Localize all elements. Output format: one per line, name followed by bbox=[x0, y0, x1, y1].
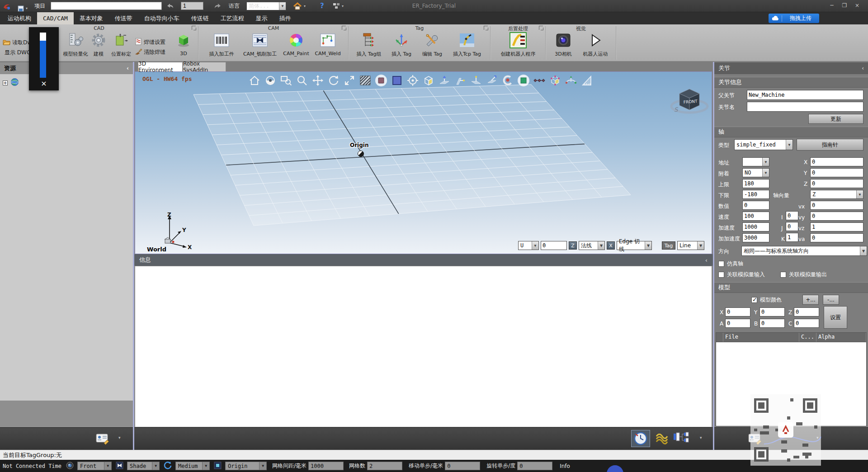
compass-button[interactable]: 指南针 bbox=[797, 139, 863, 151]
file-table-header[interactable]: File C... Alpha bbox=[716, 332, 867, 342]
layout-dropdown-arrow[interactable]: ▾ bbox=[342, 0, 344, 12]
edge-select[interactable]: Edge 切线▼ bbox=[617, 241, 652, 250]
project-input[interactable] bbox=[51, 2, 162, 10]
undo-icon[interactable] bbox=[165, 2, 175, 11]
direction-select[interactable]: 相同——与标准系统轴方向▼ bbox=[741, 246, 867, 256]
ribbon-button-modeling[interactable]: 建模 bbox=[89, 32, 108, 57]
analog-output-checkbox[interactable]: 关联模拟量输出 bbox=[780, 271, 827, 278]
tab-3d-environment[interactable]: 3D Environment bbox=[138, 62, 183, 71]
model-y-input[interactable] bbox=[760, 307, 785, 316]
tag-button[interactable]: Tag bbox=[662, 241, 675, 250]
jerk-input[interactable] bbox=[742, 233, 769, 242]
cube-faces-icon[interactable] bbox=[422, 74, 435, 87]
parent-joint-input[interactable] bbox=[747, 90, 863, 100]
grid-count-input[interactable] bbox=[367, 462, 402, 470]
view-cube[interactable]: FRONT S bbox=[669, 85, 710, 118]
color-column-header[interactable]: C... bbox=[799, 333, 816, 342]
analog-input-checkbox-box[interactable] bbox=[718, 272, 724, 278]
sim-axis-checkbox-box[interactable] bbox=[718, 261, 724, 267]
solid-mode-icon[interactable] bbox=[517, 74, 530, 87]
maximize-button[interactable]: ❐ bbox=[839, 2, 850, 10]
analog-output-checkbox-box[interactable] bbox=[780, 272, 786, 278]
redo-icon[interactable] bbox=[213, 2, 222, 11]
ribbon-button-3d[interactable]: 3D bbox=[173, 32, 194, 57]
model-color-checkbox-box[interactable] bbox=[751, 297, 757, 303]
grid-spacing-input[interactable] bbox=[308, 462, 344, 470]
ribbon-button-cam-weld[interactable]: CAM_Weld bbox=[313, 32, 343, 57]
j-input[interactable] bbox=[786, 222, 798, 231]
accel-input[interactable] bbox=[742, 222, 769, 231]
cam-dialog-launcher-icon[interactable] bbox=[342, 26, 346, 30]
value-input[interactable] bbox=[742, 201, 769, 210]
file-column-header[interactable]: File bbox=[723, 333, 799, 342]
refresh-icon[interactable] bbox=[164, 461, 172, 471]
model-remove-button[interactable]: -... bbox=[823, 295, 839, 305]
ribbon-button-insert-tag-group[interactable]: 插入 Tag组 bbox=[353, 32, 385, 57]
home-icon[interactable] bbox=[293, 2, 302, 12]
model-x-input[interactable] bbox=[725, 307, 750, 316]
upper-limit-input[interactable] bbox=[742, 179, 769, 188]
attach-select[interactable]: NO▼ bbox=[742, 168, 769, 177]
z-input[interactable] bbox=[810, 179, 863, 188]
va-input[interactable] bbox=[810, 233, 863, 242]
measure-icon[interactable] bbox=[580, 74, 593, 87]
right-splitter[interactable] bbox=[713, 62, 714, 450]
eye-icon[interactable] bbox=[66, 462, 74, 471]
ribbon-button-create-robot-program[interactable]: 创建机器人程序 bbox=[495, 32, 542, 57]
vz-input[interactable] bbox=[810, 222, 863, 231]
quality-select[interactable]: Medium▼ bbox=[175, 462, 210, 470]
left-splitter[interactable] bbox=[133, 62, 134, 450]
left-toolstrip-dropdown-arrow[interactable]: ▾ bbox=[118, 435, 121, 440]
collapse-left-panel-icon[interactable]: ‹ bbox=[127, 65, 129, 71]
k-input[interactable] bbox=[786, 233, 798, 242]
center-toolstrip-dropdown-arrow[interactable]: ▾ bbox=[700, 435, 702, 440]
menu-tab-process[interactable]: 工艺流程 bbox=[215, 12, 250, 24]
line-select[interactable]: Line▼ bbox=[677, 241, 704, 250]
ribbon-button-edit-tag[interactable]: 编辑 Tag bbox=[418, 32, 447, 57]
layout-icon[interactable] bbox=[333, 3, 340, 10]
ribbon-button-weld-settings[interactable]: 焊缝设置 bbox=[135, 38, 165, 47]
menu-tab-cadcam[interactable]: CAD/CAM bbox=[37, 12, 74, 24]
analog-input-checkbox[interactable]: 关联模拟量输入 bbox=[718, 271, 765, 278]
postprocess-dialog-launcher-icon[interactable] bbox=[539, 26, 543, 30]
u-select[interactable]: U▼ bbox=[518, 241, 539, 250]
menu-tab-basic-objects[interactable]: 基本对象 bbox=[74, 12, 109, 24]
menu-tab-agv[interactable]: 自动导向小车 bbox=[138, 12, 185, 24]
orbit-icon[interactable] bbox=[264, 74, 277, 87]
home-icon[interactable] bbox=[248, 74, 261, 87]
slider-fill[interactable] bbox=[40, 41, 46, 78]
update-button[interactable]: 更新 bbox=[808, 114, 863, 124]
rotate-center-icon[interactable] bbox=[501, 74, 514, 87]
model-c-input[interactable] bbox=[794, 319, 819, 328]
model-color-checkbox[interactable]: 模型颜色 bbox=[751, 296, 782, 304]
ribbon-button-cam-paint[interactable]: CAM_Paint bbox=[281, 32, 311, 57]
ribbon-button-insert-tag[interactable]: 插入 Tag bbox=[387, 32, 416, 57]
zoom-icon[interactable] bbox=[296, 74, 308, 87]
alpha-column-header[interactable]: Alpha bbox=[816, 333, 866, 342]
ribbon-button-cam-milling[interactable]: CAM_铣削加工 bbox=[241, 32, 279, 57]
axis-vector-select[interactable]: Z▼ bbox=[810, 190, 863, 199]
plane-yz-icon[interactable] bbox=[470, 74, 482, 87]
move-step-input[interactable] bbox=[445, 462, 480, 470]
address-select[interactable]: ▼ bbox=[742, 157, 769, 166]
cad-dialog-launcher-icon[interactable] bbox=[192, 26, 196, 30]
type-select[interactable]: simple_fixed▼ bbox=[734, 139, 793, 150]
menu-tab-conveyor[interactable]: 传送带 bbox=[109, 12, 138, 24]
plane-xz-icon[interactable] bbox=[454, 74, 467, 87]
i-input[interactable] bbox=[786, 211, 798, 220]
popup-close-icon[interactable]: × bbox=[29, 79, 59, 89]
history-count-input[interactable] bbox=[181, 2, 203, 10]
x-input[interactable] bbox=[810, 157, 863, 166]
joint-name-input[interactable] bbox=[747, 102, 863, 112]
plane-iso-icon[interactable] bbox=[486, 74, 498, 87]
ribbon-button-show-dwg[interactable]: 显示 DWG bbox=[5, 49, 31, 57]
center-target-icon[interactable] bbox=[406, 74, 419, 87]
info-panel-body[interactable] bbox=[135, 266, 712, 427]
tree-item-world[interactable]: + bbox=[3, 78, 19, 88]
drag-upload-button[interactable]: 拖拽上传 bbox=[769, 14, 819, 23]
menu-tab-chain[interactable]: 传送链 bbox=[185, 12, 215, 24]
vy-input[interactable] bbox=[810, 212, 863, 221]
y-input[interactable] bbox=[810, 168, 863, 177]
vx-input[interactable] bbox=[810, 201, 863, 210]
hatch-swatch-icon[interactable] bbox=[359, 74, 372, 87]
